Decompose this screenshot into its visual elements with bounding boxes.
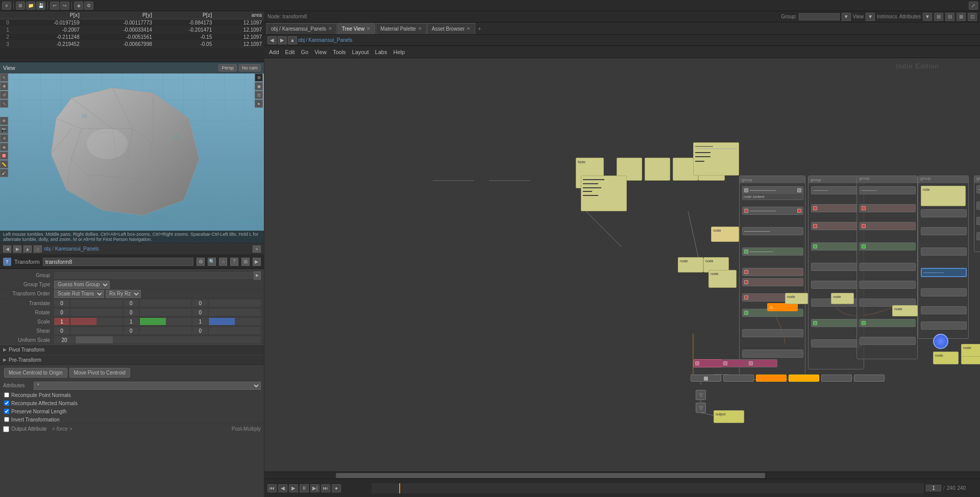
node-r2-3[interactable] <box>921 247 967 256</box>
rotate-z-input[interactable] <box>192 309 208 316</box>
text-block-node[interactable]: ▬▬▬▬▬▬▬▬▬▬▬▬▬▬▬▬▬▬▬▬▬▬▬▬▬▬ <box>581 176 627 211</box>
ne-horizontal-scrollbar[interactable] <box>264 471 980 479</box>
smooth-icon[interactable]: ● <box>255 100 263 108</box>
fast-forward-btn[interactable]: ⏭ <box>321 484 330 492</box>
transform-order-select[interactable]: Scale Rot Trans Scale Trans Rot Rot Scal… <box>54 290 104 298</box>
expand-prop-btn[interactable]: ⊞ <box>241 258 250 266</box>
ne-obj-link[interactable]: obj <box>298 37 305 43</box>
node-far-4[interactable] <box>976 232 980 240</box>
open-icon[interactable]: 📁 <box>26 2 35 10</box>
translate-x-track[interactable] <box>70 300 122 307</box>
shear-x-track[interactable] <box>70 327 122 334</box>
menu-add[interactable]: Add <box>267 49 281 55</box>
undo-icon[interactable]: ↩ <box>50 2 59 10</box>
shear-x-input[interactable] <box>54 327 69 334</box>
redo-icon[interactable]: ↪ <box>60 2 69 10</box>
connector-2[interactable] <box>723 375 754 382</box>
node-in-group-5[interactable] <box>742 268 803 276</box>
bookmark-btn[interactable]: ☆ <box>219 258 227 266</box>
pink-node-1[interactable] <box>693 359 724 367</box>
translate-y-input[interactable] <box>124 300 139 307</box>
layout-icon1[interactable]: ⊞ <box>934 13 943 21</box>
ne-up-btn[interactable]: ▲ <box>288 36 297 44</box>
node-in-group-1[interactable]: ───────── node content <box>742 186 803 200</box>
layout-icon4[interactable]: ⊡ <box>968 13 977 21</box>
node-mid-5[interactable] <box>811 263 862 271</box>
node-in-group-2[interactable]: ───────── <box>742 207 803 215</box>
node-far-3[interactable] <box>976 217 980 225</box>
pause-btn[interactable]: ⏸ <box>300 484 309 492</box>
tab-close-icon[interactable]: ✕ <box>366 26 371 31</box>
invert-cb[interactable] <box>4 417 9 422</box>
current-frame-input[interactable] <box>926 485 941 491</box>
tab-tree-view[interactable]: Tree View ✕ <box>337 23 375 34</box>
yellow-small-1[interactable]: node <box>785 293 808 304</box>
nav-up-btn[interactable]: ▲ <box>23 245 32 253</box>
help-btn[interactable]: ? <box>230 258 238 266</box>
sticky-node-3[interactable] <box>645 158 670 181</box>
scale-x-track[interactable] <box>70 318 122 325</box>
rotate-z-track[interactable] <box>209 309 261 316</box>
yellow-node-3[interactable]: node <box>708 270 737 288</box>
record-btn[interactable]: ● <box>332 484 341 492</box>
translate-x-input[interactable] <box>54 300 69 307</box>
move-pivot-btn[interactable]: Move Pivot to Centroid <box>69 368 130 378</box>
render-tool-icon[interactable]: ◈ <box>0 143 8 151</box>
blue-circle-node[interactable] <box>933 334 948 349</box>
nav-back-btn[interactable]: ◀ <box>3 245 11 253</box>
tab-asset-browser[interactable]: Asset Browser ✕ <box>427 23 475 34</box>
node-far-2[interactable] <box>976 202 980 210</box>
wireframe-icon[interactable]: ⊡ <box>255 91 263 99</box>
shading-icon[interactable]: ◉ <box>255 82 263 90</box>
scale-z-track[interactable] <box>209 318 261 325</box>
group-expand-btn[interactable]: ▶ <box>254 271 261 280</box>
panel-settings-btn[interactable]: ≡ <box>253 245 261 253</box>
connector-3[interactable] <box>756 375 787 382</box>
yellow-small-3[interactable]: node <box>892 305 918 316</box>
pivot-transform-section[interactable]: ▶ Pivot Transform <box>0 344 264 355</box>
sticky-node-large[interactable]: ═══════ ▬▬▬▬▬▬▬▬▬▬▬▬▬ <box>693 142 739 176</box>
viewport[interactable]: View Persp No cam <box>0 62 264 243</box>
gear-settings-btn[interactable]: ⚙ <box>197 258 205 266</box>
group-input[interactable] <box>54 272 254 279</box>
recompute-normals-cb[interactable] <box>4 392 9 397</box>
menu-edit[interactable]: Edit <box>284 49 297 55</box>
tab-close-icon[interactable]: ✕ <box>418 26 422 31</box>
rotate-x-input[interactable] <box>54 309 69 316</box>
node-r1-5[interactable] <box>860 263 916 271</box>
ne-forward-btn[interactable]: ▶ <box>278 36 287 44</box>
display-opts-icon[interactable]: ⚙ <box>255 73 263 82</box>
node-r2-1[interactable] <box>921 209 967 217</box>
home-btn[interactable]: ⌂ <box>34 245 42 253</box>
add-tab-btn[interactable]: + <box>476 26 483 32</box>
pink-node-3[interactable] <box>747 359 777 367</box>
rewind-btn[interactable]: ⏮ <box>267 484 277 492</box>
node-mid-6[interactable] <box>811 281 862 289</box>
layout-icon2[interactable]: ⊟ <box>945 13 954 21</box>
translate-y-track[interactable] <box>140 300 192 307</box>
menu-layout[interactable]: Layout <box>351 49 371 55</box>
menu-tools[interactable]: Tools <box>331 49 348 55</box>
node-in-group-9[interactable] <box>742 329 803 337</box>
camera-persp-btn[interactable]: Persp <box>218 64 237 71</box>
shear-z-track[interactable] <box>209 327 261 334</box>
menu-help[interactable]: Help <box>391 49 406 55</box>
camera-tool-icon[interactable]: 📷 <box>0 126 8 134</box>
uniform-scale-input[interactable] <box>54 336 75 343</box>
group-type-select[interactable]: Guess from Group Points Edges Primitives <box>54 281 110 289</box>
rotate-tool-icon[interactable]: ↺ <box>0 91 8 99</box>
output-node-1[interactable]: output <box>714 410 744 423</box>
connector-1[interactable] <box>691 375 721 382</box>
node-in-group-3[interactable]: ───────── <box>742 227 803 235</box>
rotate-x-track[interactable] <box>70 309 122 316</box>
pre-transform-section[interactable]: ▶ Pre-Transform <box>0 355 264 365</box>
tab-close-icon[interactable]: ✕ <box>328 26 332 31</box>
save-icon[interactable]: 💾 <box>36 2 45 10</box>
layout-icon3[interactable]: ⊠ <box>957 13 966 21</box>
node-mid-3[interactable] <box>811 222 862 230</box>
settings-icon[interactable]: ⚙ <box>84 2 93 10</box>
search-btn[interactable]: 🔍 <box>208 258 216 266</box>
tab-material-palette[interactable]: Material Palette ✕ <box>376 23 426 34</box>
node-r2-4[interactable]: ──────── <box>921 268 967 277</box>
connector-5[interactable] <box>821 375 852 382</box>
